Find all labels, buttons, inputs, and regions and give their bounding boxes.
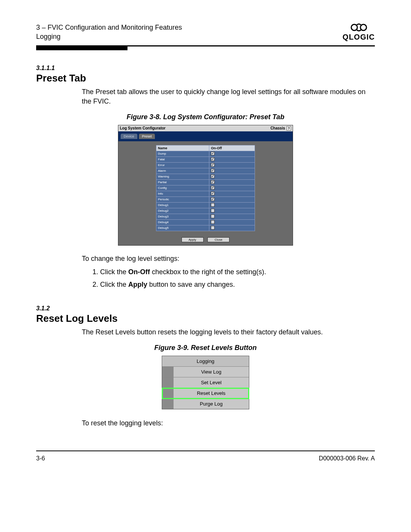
figure-3-8-caption: Figure 3-8. Log System Configurator: Pre…: [36, 113, 375, 121]
onoff-checkbox[interactable]: [211, 180, 215, 184]
apply-button[interactable]: Apply: [182, 237, 204, 242]
logging-menu-header: Logging: [162, 356, 249, 367]
step2-post: button to save any changes.: [147, 281, 235, 288]
preset-row-checkbox-cell: [209, 151, 255, 157]
preset-row: Alarm: [156, 168, 255, 174]
preset-row-name: Debug2: [156, 208, 209, 214]
section-number-2: 3.1.2: [36, 305, 375, 312]
onoff-checkbox[interactable]: [211, 197, 215, 201]
configurator-titlebar: Log System Configurator Chassis ?: [118, 125, 293, 131]
preset-row: Fatal: [156, 157, 255, 162]
preset-row-checkbox-cell: [209, 219, 255, 225]
section-title-reset: Reset Log Levels: [36, 313, 375, 324]
onoff-checkbox[interactable]: [211, 186, 215, 190]
logging-menu-item[interactable]: View Log: [162, 367, 249, 377]
menu-item-icon: [162, 399, 174, 409]
svg-point-1: [360, 24, 366, 30]
preset-row-checkbox-cell: [209, 168, 255, 174]
figure-3-8: Log System Configurator Chassis ? Device…: [118, 125, 293, 246]
section-number: 3.1.1.1: [36, 65, 375, 72]
preset-row-checkbox-cell: [209, 191, 255, 197]
step2-bold: Apply: [128, 281, 147, 288]
preset-intro: The Preset tab allows the user to quickl…: [82, 87, 375, 106]
step1-post: checkbox to the right of the setting(s).: [150, 268, 266, 276]
reset-lead: To reset the logging levels:: [82, 419, 375, 428]
preset-row-checkbox-cell: [209, 179, 255, 185]
onoff-checkbox[interactable]: [211, 209, 215, 212]
logging-menu-item[interactable]: Set Level: [162, 377, 249, 388]
onoff-checkbox[interactable]: [211, 226, 215, 230]
preset-row: Config: [156, 185, 255, 191]
preset-row-name: Debug1: [156, 202, 209, 208]
step-2: 2. Click the Apply button to save any ch…: [92, 279, 375, 291]
close-button[interactable]: Close: [207, 237, 229, 242]
brand-block: QLOGIC: [342, 23, 375, 42]
preset-row: Partial: [156, 179, 255, 185]
preset-row-checkbox-cell: [209, 197, 255, 202]
menu-item-icon: [162, 377, 174, 388]
preset-row-checkbox-cell: [209, 214, 255, 219]
col-onoff: On-Off: [209, 145, 255, 151]
onoff-checkbox[interactable]: [211, 163, 215, 167]
qlogic-logo-icon: [350, 23, 368, 32]
page-number: 3-6: [36, 455, 45, 462]
tab-preset[interactable]: Preset: [139, 134, 155, 139]
configurator-title: Log System Configurator: [120, 126, 166, 130]
preset-row-checkbox-cell: [209, 157, 255, 162]
reset-intro: The Reset Levels button resets the loggi…: [82, 328, 375, 337]
onoff-checkbox[interactable]: [211, 157, 215, 161]
step-1: 1. Click the On-Off checkbox to the righ…: [92, 266, 375, 278]
preset-row: Debug1: [156, 202, 255, 208]
preset-row-checkbox-cell: [209, 225, 255, 231]
page-footer: 3-6 D000003-006 Rev. A: [36, 451, 375, 462]
preset-row-checkbox-cell: [209, 162, 255, 168]
preset-row-name: Debug4: [156, 219, 209, 225]
header-black-bar: [36, 46, 127, 50]
chapter-line: 3 – FVIC Configuration and Monitoring Fe…: [36, 23, 182, 32]
preset-row-checkbox-cell: [209, 185, 255, 191]
preset-row: Info: [156, 191, 255, 197]
tab-device[interactable]: Device: [121, 134, 137, 139]
preset-row-name: Partial: [156, 179, 209, 185]
brand-text: QLOGIC: [342, 33, 375, 42]
col-name: Name: [156, 145, 209, 151]
preset-row: Warning: [156, 174, 255, 179]
onoff-checkbox[interactable]: [211, 169, 215, 173]
onoff-checkbox[interactable]: [211, 214, 215, 218]
preset-row: Periodic: [156, 197, 255, 202]
change-steps: 1. Click the On-Off checkbox to the righ…: [92, 266, 375, 290]
preset-row-checkbox-cell: [209, 174, 255, 179]
onoff-checkbox[interactable]: [211, 192, 215, 195]
logging-header-label: Logging: [162, 356, 249, 366]
preset-row-name: Info: [156, 191, 209, 197]
preset-row-name: Fatal: [156, 157, 209, 162]
menu-item-label: Set Level: [174, 377, 249, 388]
step2-pre: 2. Click the: [92, 281, 128, 288]
doc-rev: D000003-006 Rev. A: [319, 455, 375, 462]
preset-row-name: Debug5: [156, 225, 209, 231]
preset-row-checkbox-cell: [209, 208, 255, 214]
preset-row-name: Config: [156, 185, 209, 191]
page-header: 3 – FVIC Configuration and Monitoring Fe…: [36, 23, 375, 45]
step1-bold: On-Off: [128, 268, 150, 276]
step1-pre: 1. Click the: [92, 268, 128, 276]
logging-menu-item[interactable]: Purge Log: [162, 399, 249, 409]
change-lead: To change the log level settings:: [82, 254, 375, 264]
preset-row: Debug2: [156, 208, 255, 214]
help-icon[interactable]: ?: [287, 126, 291, 131]
preset-row-name: Alarm: [156, 168, 209, 174]
onoff-checkbox[interactable]: [211, 220, 215, 224]
preset-row-checkbox-cell: [209, 202, 255, 208]
preset-row-name: Periodic: [156, 197, 209, 202]
preset-row: Debug5: [156, 225, 255, 231]
tab-strip: Device Preset: [118, 131, 293, 141]
onoff-checkbox[interactable]: [211, 174, 215, 178]
onoff-checkbox[interactable]: [211, 152, 215, 155]
svg-point-0: [351, 24, 357, 30]
figure-3-9-caption: Figure 3-9. Reset Levels Button: [36, 344, 375, 352]
menu-item-icon: [162, 367, 174, 377]
menu-item-label: View Log: [174, 367, 249, 377]
preset-row-name: Dump: [156, 151, 209, 157]
logging-menu-item[interactable]: Reset Levels: [162, 388, 249, 399]
onoff-checkbox[interactable]: [211, 203, 215, 207]
